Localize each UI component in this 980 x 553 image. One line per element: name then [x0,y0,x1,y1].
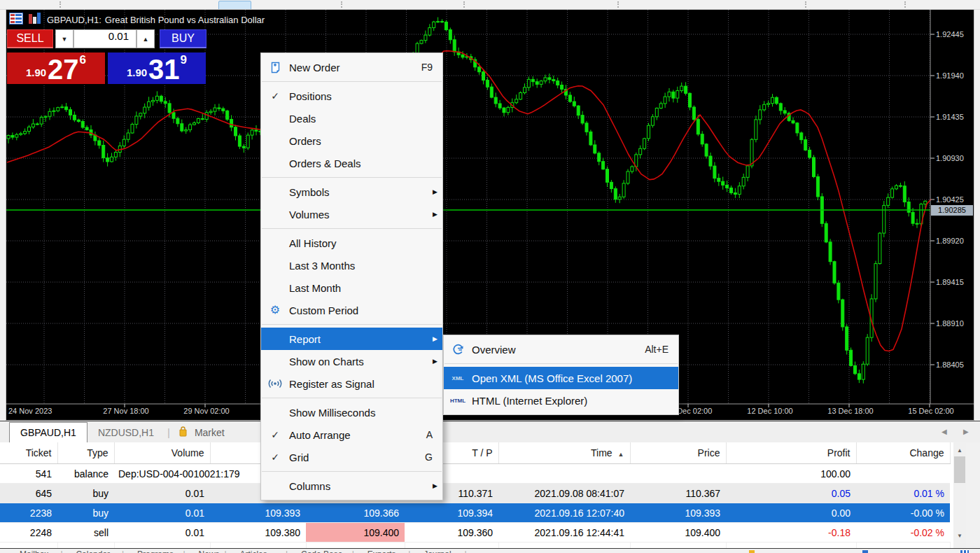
menu-item-register-as-signal[interactable]: Register as Signal [261,372,442,395]
cell: 109.366 [306,503,405,523]
menu-item-open-xml-ms-office-excel-2007[interactable]: XMLOpen XML (MS Office Excel 2007) [444,367,678,389]
menu-item-last-3-months[interactable]: Last 3 Months [261,254,442,276]
cell [856,464,950,484]
tab-scroll-left-icon[interactable]: ◀ [941,428,947,435]
volume-up-button[interactable]: ▲ [136,29,155,48]
menu-item-html-internet-explorer[interactable]: HTMLHTML (Internet Explorer) [444,389,678,412]
positions-table[interactable]: TicketTypeVolumePriceS / LT / PTime▲Pric… [0,442,951,551]
cell: 645 [0,484,57,503]
menu-item-label: Volumes [289,209,433,220]
menu-item-label: Grid [289,451,425,463]
cell: buy [57,503,114,523]
menu-item-label: New Order [289,62,421,74]
sell-button[interactable]: SELL [7,29,53,48]
chart-type-icon[interactable] [28,13,42,27]
volume-input[interactable]: 0.01 [74,29,136,48]
column-header-price[interactable]: Price [630,442,726,464]
column-header-time[interactable]: Time▲ [498,442,630,464]
tab-scroll-right-icon[interactable]: ▶ [963,428,969,435]
toolbar-grip[interactable] [59,1,63,8]
menu-item-report[interactable]: Report▶ [261,328,442,350]
volume-dropdown-button[interactable]: ▼ [55,29,74,48]
time-axis-label: 12 Dec 10:00 [743,407,797,416]
depth-of-market-icon[interactable] [9,13,23,27]
menu-item-volumes[interactable]: Volumes▶ [261,203,442,225]
toolbar-grip[interactable] [617,1,621,8]
table-row[interactable]: 2248sell0.01109.380109.400109.3602021.09… [0,523,950,542]
column-header-type[interactable]: Type [57,442,114,464]
menu-shortcut: Alt+E [645,344,668,355]
toolbox-bottom-tabs: Mailbox|Calendar|Programs|News|Articles|… [0,548,980,553]
menu-item-auto-arrange[interactable]: ✓Auto ArrangeA [261,424,442,446]
chart-tab-bar: GBPAUD,H1 NZDUSD,H1 | Market ◀ ▶ [0,421,980,442]
menu-separator [262,471,442,472]
scroll-up-icon[interactable]: ▲ [953,444,966,456]
bottom-tab-separator: | [465,550,467,553]
calendar-mini-icon [749,550,755,553]
menu-item-label: Show on Charts [289,356,433,368]
toolbar-grip[interactable] [341,1,344,8]
menu-item-orders-deals[interactable]: Orders & Deals [261,152,442,174]
gear-icon: ⚙ [267,304,284,316]
table-scrollbar[interactable]: ▲ ▼ [953,442,966,548]
bottom-tab-programs[interactable]: Programs [137,550,174,553]
menu-item-show-milliseconds[interactable]: Show Milliseconds [261,401,442,424]
price-axis-label: 1.91940 [936,71,964,80]
toolbar-grip[interactable] [904,1,908,8]
menu-separator [444,363,678,364]
new-order-icon [267,62,284,74]
menu-item-show-on-charts[interactable]: Show on Charts▶ [261,350,442,372]
bottom-tab-separator: | [224,550,226,553]
menu-item-label: HTML (Internet Explorer) [472,395,678,407]
cell: sell [57,523,114,542]
chart-tab-nzdusd[interactable]: NZDUSD,H1 [88,423,164,442]
tab-separator: | [167,426,170,438]
sell-price-big: 27 [48,56,79,83]
table-row[interactable]: 645buy0.01110.3712021.09.08 08:41:07110.… [0,484,950,503]
cell: 100.00 [726,464,856,484]
menu-item-positions[interactable]: ✓Positions [261,85,442,107]
bottom-tab-code-base[interactable]: Code Base [301,550,342,553]
price-axis-label: 1.89920 [936,236,964,246]
column-header-volume[interactable]: Volume [114,442,210,464]
buy-button[interactable]: BUY [160,29,206,48]
sell-price-panel[interactable]: 1.90 27 6 [7,52,105,84]
sort-ascending-icon: ▲ [618,451,624,458]
cell: 2238 [0,503,57,523]
table-row[interactable]: 541balanceDep:USD-004-0010021:179100.00 [0,464,950,484]
column-header-profit[interactable]: Profit [726,442,856,464]
menu-item-grid[interactable]: ✓GridG [261,446,442,468]
scrollbar-thumb[interactable] [954,456,965,483]
toolbar-grip[interactable] [463,1,467,8]
menu-item-all-history[interactable]: All History [261,232,442,254]
menu-shortcut: A [426,429,433,440]
chart-title-bar: GBPAUD,H1: Great British Pound vs Austra… [9,13,265,27]
bottom-tab-news[interactable]: News [199,550,220,553]
time-axis-label: 15 Dec 02:00 [904,407,958,416]
buy-price-panel[interactable]: 1.90 31 9 [108,52,206,84]
table-row[interactable]: 2238buy0.01109.393109.366109.3942021.09.… [0,503,950,523]
scroll-down-icon[interactable]: ▼ [953,530,966,542]
cell: -0.02 % [856,523,950,542]
column-header-ticket[interactable]: Ticket [0,442,57,464]
column-header-change[interactable]: Change [856,442,950,464]
bottom-tab-mailbox[interactable]: Mailbox [20,550,48,553]
cell: 109.394 [405,503,498,523]
chart-tab-market[interactable]: Market [173,423,235,442]
toolbar-grip[interactable] [805,1,808,8]
bottom-tab-experts[interactable]: Experts [368,550,396,553]
menu-item-overview[interactable]: OverviewAlt+E [444,338,678,360]
cell [630,464,726,484]
bottom-tab-calendar[interactable]: Calendar [76,550,110,553]
menu-item-columns[interactable]: Columns▶ [261,475,442,497]
bottom-tab-articles[interactable]: Articles [239,550,267,553]
menu-item-last-month[interactable]: Last Month [261,276,442,299]
bottom-tab-journal[interactable]: Journal [424,550,451,553]
menu-item-new-order[interactable]: New OrderF9 [261,56,442,78]
menu-item-orders[interactable]: Orders [261,130,442,152]
chart-tab-gbpaud[interactable]: GBPAUD,H1 [9,422,88,442]
menu-item-symbols[interactable]: Symbols▶ [261,181,442,203]
menu-item-deals[interactable]: Deals [261,107,442,130]
sell-price-sup: 6 [80,53,86,67]
menu-item-custom-period[interactable]: ⚙Custom Period [261,299,442,321]
